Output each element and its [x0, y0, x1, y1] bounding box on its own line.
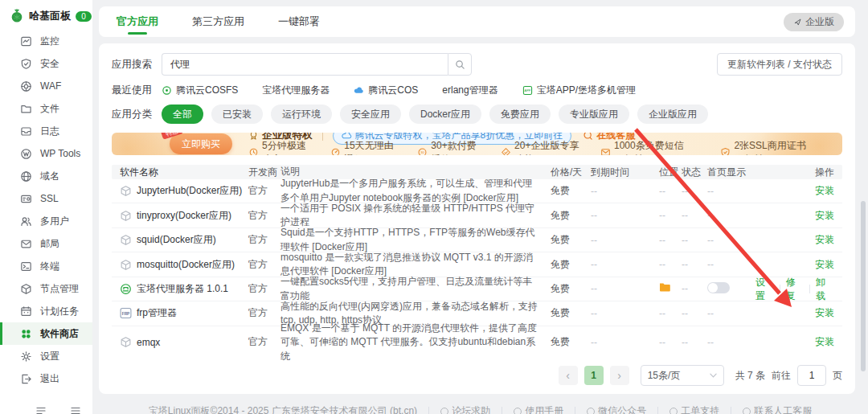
- app-name[interactable]: mosquitto(Docker应用): [137, 258, 235, 272]
- uninstall-link[interactable]: 卸载: [816, 276, 834, 303]
- collapse-menu-icon[interactable]: [35, 405, 47, 414]
- logo-row: 哈基面板 0: [0, 0, 92, 30]
- sidebar-item-monitor[interactable]: 监控: [0, 30, 92, 52]
- app-status: --: [682, 210, 707, 221]
- sidebar-item-multiuser[interactable]: 多用户: [0, 210, 92, 232]
- page-size-value: 15条/页: [648, 369, 681, 383]
- app-name[interactable]: frp管理器: [137, 306, 177, 320]
- app-developer: 官方: [248, 184, 280, 198]
- footer-link-support[interactable]: 联系人工客服: [743, 404, 812, 414]
- category-installed[interactable]: 已安装: [211, 105, 263, 124]
- category-pro[interactable]: 专业版应用: [559, 105, 629, 124]
- search-input[interactable]: [162, 53, 448, 76]
- vertical-scrollbar[interactable]: [861, 201, 866, 371]
- feature-response: 5分钟极速响应: [248, 139, 313, 156]
- app-homepage-show: --: [707, 308, 755, 319]
- tab-official-apps[interactable]: 官方应用: [117, 6, 158, 37]
- sidebar-item-waf[interactable]: WAF: [0, 75, 92, 97]
- app-name[interactable]: emqx: [137, 337, 160, 348]
- category-docker[interactable]: Docker应用: [409, 105, 481, 124]
- sidebar-item-logs[interactable]: 日志: [0, 120, 92, 142]
- app-name[interactable]: 宝塔代理服务器 1.0.1: [137, 282, 228, 296]
- category-free[interactable]: 免费应用: [489, 105, 551, 124]
- page-footer: 宝塔Linux面板©2014 - 2025 广东堡塔安全技术有限公司 (bt.c…: [92, 404, 868, 414]
- app-expire: --: [591, 186, 659, 197]
- app-icon: APP: [522, 85, 533, 96]
- page-size-select[interactable]: 15条/页: [641, 365, 724, 386]
- footer-link-wechat[interactable]: 微信公众号: [587, 404, 646, 414]
- search-button[interactable]: [448, 53, 472, 76]
- sidebar-item-label: 域名: [40, 170, 59, 183]
- col-homepage-show: 首页显示: [707, 166, 755, 179]
- settings-link[interactable]: 设置: [755, 276, 774, 303]
- install-link[interactable]: 安装: [815, 209, 834, 223]
- update-software-list-button[interactable]: 更新软件列表 / 支付状态: [717, 53, 842, 76]
- next-page-button[interactable]: ›: [610, 366, 629, 385]
- category-security[interactable]: 安全应用: [340, 105, 401, 124]
- app-name[interactable]: squid(Docker应用): [137, 233, 216, 247]
- tab-thirdparty-apps[interactable]: 第三方应用: [192, 6, 244, 37]
- app-expire: --: [591, 337, 659, 348]
- page-suffix: 页: [833, 369, 842, 383]
- app-status: --: [682, 337, 707, 348]
- open-folder-icon[interactable]: [659, 282, 671, 293]
- category-all[interactable]: 全部: [162, 105, 203, 124]
- sidebar-item-logout[interactable]: 退出: [0, 367, 92, 390]
- sidebar-item-cron[interactable]: 计划任务: [0, 300, 92, 322]
- message-count-badge[interactable]: 0: [76, 11, 92, 22]
- sidebar-item-domain[interactable]: 域名: [0, 165, 92, 187]
- tab-one-click-deploy[interactable]: 一键部署: [278, 6, 320, 37]
- docker-cube-icon: [120, 185, 132, 197]
- category-runtime[interactable]: 运行环境: [271, 105, 332, 124]
- list-layout-icon[interactable]: [70, 405, 81, 414]
- recent-item-erlang[interactable]: erlang管理器: [442, 84, 497, 97]
- install-link[interactable]: 安装: [815, 233, 834, 247]
- sidebar-item-wp-tools[interactable]: WP Tools: [0, 142, 92, 165]
- current-page-button[interactable]: 1: [584, 366, 604, 385]
- sidebar-item-mail[interactable]: 邮局: [0, 232, 92, 255]
- enterprise-promo-banner: 特惠 立即购买 企业版特权 腾讯云专版特权，宝塔产品享8折优惠，立即前往: [112, 133, 842, 155]
- main-area: 官方应用 第三方应用 一键部署 企业版 应用搜索 更新软件列表 / 支付状态 最…: [92, 0, 868, 414]
- app-homepage-show: --: [707, 210, 755, 221]
- sidebar-item-ssl[interactable]: SSL: [0, 187, 92, 210]
- homepage-toggle[interactable]: [707, 282, 730, 293]
- install-link[interactable]: 安装: [815, 184, 834, 198]
- prev-page-button[interactable]: ‹: [559, 366, 578, 385]
- app-homepage-show: --: [707, 259, 755, 270]
- app-expire: --: [591, 308, 659, 319]
- calendar-icon: [20, 305, 32, 318]
- app-name[interactable]: tinyproxy(Docker应用): [137, 209, 231, 223]
- goto-page-input[interactable]: [797, 365, 826, 386]
- sidebar-item-security[interactable]: 安全: [0, 52, 92, 75]
- install-link[interactable]: 安装: [815, 335, 834, 349]
- table-row-squid: squid(Docker应用) 官方 Squid是一个支持HTTP，HTTPS，…: [112, 228, 842, 252]
- sidebar-item-terminal[interactable]: 终端: [0, 255, 92, 277]
- sidebar-item-label: 监控: [40, 35, 59, 48]
- recent-item-cosfs[interactable]: 腾讯云COSFS: [162, 84, 238, 97]
- buy-now-label: 立即购买: [182, 138, 220, 150]
- recent-item-baota-app[interactable]: APP 宝塔APP/堡塔多机管理: [522, 84, 636, 97]
- sidebar-item-files[interactable]: 文件: [0, 97, 92, 120]
- enterprise-button[interactable]: 企业版: [784, 13, 844, 31]
- category-enterprise[interactable]: 企业版应用: [637, 105, 708, 124]
- col-expire: 到期时间: [591, 166, 659, 179]
- sidebar-item-settings[interactable]: 设置: [0, 345, 92, 367]
- install-link[interactable]: 安装: [815, 306, 834, 320]
- sidebar-item-label: WAF: [40, 80, 61, 92]
- footer-link-forum[interactable]: 论坛求助: [440, 404, 490, 414]
- footer-link-ticket[interactable]: 工单支持: [669, 404, 719, 414]
- recent-item-baota-proxy[interactable]: 宝塔代理服务器: [262, 84, 330, 97]
- app-status: --: [682, 283, 707, 294]
- repair-link[interactable]: 修复: [786, 276, 805, 303]
- app-name[interactable]: JupyterHub(Docker应用): [137, 184, 242, 198]
- sidebar-item-appstore[interactable]: 软件商店: [0, 322, 92, 345]
- app-price: 免费: [551, 209, 591, 223]
- cosfs-icon: [162, 85, 172, 96]
- appstore-icon: [20, 328, 32, 340]
- recent-item-cos[interactable]: 腾讯云COS: [354, 84, 418, 97]
- footer-link-manual[interactable]: 使用手册: [514, 404, 563, 414]
- sidebar-item-node-manage[interactable]: 节点管理: [0, 277, 92, 300]
- buy-now-button[interactable]: 特惠 立即购买: [170, 133, 232, 154]
- install-link[interactable]: 安装: [815, 258, 834, 272]
- sidebar-item-label: 多用户: [40, 215, 69, 228]
